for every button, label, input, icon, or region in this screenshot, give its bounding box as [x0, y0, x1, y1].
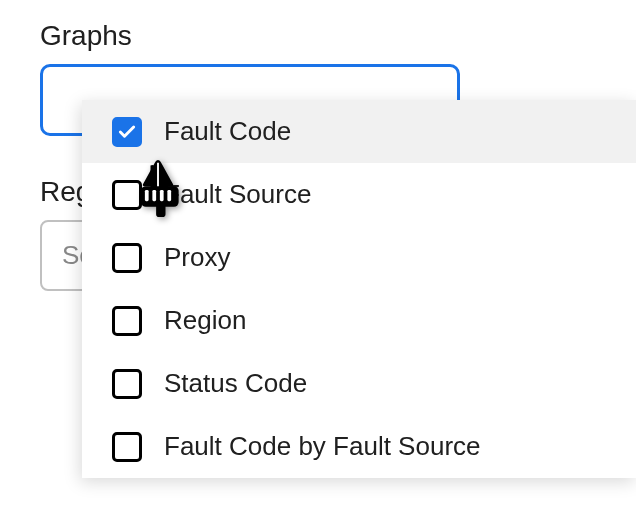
option-fault-code-by-source[interactable]: Fault Code by Fault Source — [82, 415, 636, 478]
option-fault-code[interactable]: Fault Code — [82, 100, 636, 163]
checkbox-region[interactable] — [112, 306, 142, 336]
option-fault-source[interactable]: Fault Source — [82, 163, 636, 226]
checkbox-proxy[interactable] — [112, 243, 142, 273]
option-label: Fault Code by Fault Source — [164, 431, 481, 462]
checkbox-fault-code-by-source[interactable] — [112, 432, 142, 462]
checkbox-status-code[interactable] — [112, 369, 142, 399]
option-label: Region — [164, 305, 246, 336]
checkbox-fault-code[interactable] — [112, 117, 142, 147]
option-region[interactable]: Region — [82, 289, 636, 352]
graphs-field-label: Graphs — [40, 20, 636, 52]
option-status-code[interactable]: Status Code — [82, 352, 636, 415]
option-proxy[interactable]: Proxy — [82, 226, 636, 289]
option-label: Fault Code — [164, 116, 291, 147]
option-label: Fault Source — [164, 179, 311, 210]
option-label: Status Code — [164, 368, 307, 399]
option-label: Proxy — [164, 242, 230, 273]
graphs-dropdown-panel: Fault Code Fault Source Proxy Region — [82, 100, 636, 478]
checkbox-fault-source[interactable] — [112, 180, 142, 210]
checkmark-icon — [117, 122, 137, 142]
